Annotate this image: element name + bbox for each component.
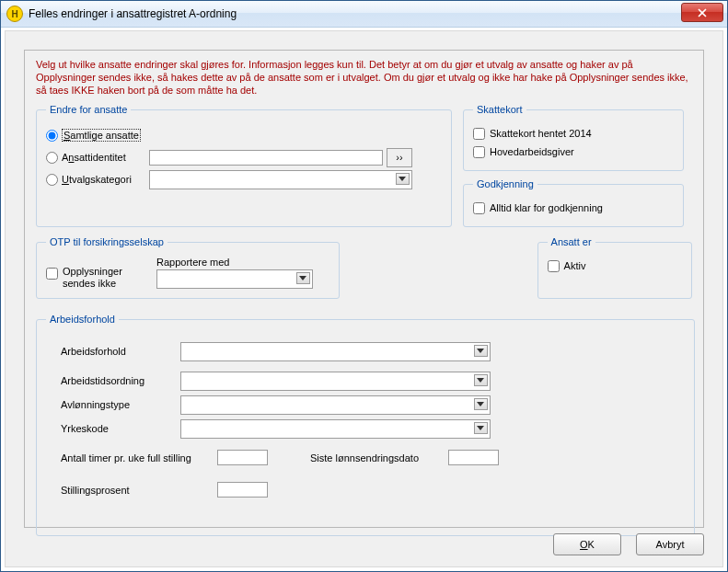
group-arbeidsforhold: Arbeidsforhold Arbeidsforhold Arbeidstid… bbox=[36, 314, 695, 536]
dropdown-rapportere-med[interactable] bbox=[156, 269, 313, 289]
check-opplysninger-sendes-ikke[interactable] bbox=[46, 268, 58, 280]
group-otp: OTP til forsikringsselskap Opplysninger … bbox=[36, 236, 340, 299]
check-hovedarbeidsgiver[interactable] bbox=[473, 146, 485, 158]
radio-samtlige-ansatte[interactable] bbox=[46, 130, 58, 142]
input-antall-timer[interactable] bbox=[217, 450, 268, 465]
label-arbeidsforhold: Arbeidsforhold bbox=[46, 346, 180, 357]
app-icon: H bbox=[6, 6, 23, 22]
window-title: Felles endringer i ansattregistret A-ord… bbox=[29, 7, 237, 20]
label-skattekort-hentet: Skattekort hentet 2014 bbox=[490, 128, 592, 139]
input-siste-lonnsendringsdato[interactable] bbox=[448, 450, 499, 465]
titlebar: H Felles endringer i ansattregistret A-o… bbox=[1, 1, 727, 28]
chevron-down-icon bbox=[399, 177, 406, 181]
label-alltid-klar: Alltid klar for godkjenning bbox=[490, 202, 603, 213]
input-stillingsprosent[interactable] bbox=[217, 482, 268, 498]
input-ansattidentitet[interactable] bbox=[149, 150, 383, 166]
window-frame: H Felles endringer i ansattregistret A-o… bbox=[0, 0, 728, 572]
dialog-footer: OK Avbryt bbox=[553, 533, 704, 555]
label-samtlige-ansatte[interactable]: Samtlige ansatte bbox=[62, 129, 141, 142]
ansattidentitet-browse-button[interactable]: ›› bbox=[387, 148, 412, 167]
group-ansatt-er: Ansatt er Aktiv bbox=[537, 236, 692, 299]
chevron-down-icon bbox=[477, 349, 484, 353]
legend-skattekort: Skattekort bbox=[473, 104, 526, 115]
group-endre-for-ansatte: Endre for ansatte Samtlige ansatte Ansat… bbox=[36, 104, 452, 227]
client-area: Velg ut hvilke ansatte endringer skal gj… bbox=[5, 30, 723, 567]
label-utvalgskategori[interactable]: Utvalgskategori bbox=[62, 174, 149, 185]
label-antall-timer: Antall timer pr. uke full stilling bbox=[61, 452, 217, 463]
check-aktiv[interactable] bbox=[548, 260, 560, 272]
chevron-down-icon bbox=[477, 402, 484, 406]
cancel-button[interactable]: Avbryt bbox=[636, 533, 704, 555]
legend-endre: Endre for ansatte bbox=[46, 104, 131, 115]
label-stillingsprosent: Stillingsprosent bbox=[61, 485, 217, 496]
close-button[interactable] bbox=[681, 3, 723, 22]
chevron-down-icon bbox=[299, 276, 306, 280]
check-alltid-klar[interactable] bbox=[473, 202, 485, 214]
chevron-down-icon bbox=[477, 378, 484, 383]
label-arbeidstidsordning: Arbeidstidsordning bbox=[46, 375, 180, 386]
dropdown-arbeidstidsordning[interactable] bbox=[180, 372, 491, 391]
legend-godkjenning: Godkjenning bbox=[473, 178, 537, 189]
legend-otp: OTP til forsikringsselskap bbox=[46, 236, 168, 247]
label-yrkeskode: Yrkeskode bbox=[46, 423, 180, 434]
label-hovedarbeidsgiver: Hovedarbeidsgiver bbox=[490, 146, 574, 157]
check-skattekort-hentet[interactable] bbox=[473, 128, 485, 140]
chevron-down-icon bbox=[477, 426, 484, 430]
label-siste-lonnsendringsdato: Siste lønnsendringsdato bbox=[310, 452, 448, 463]
group-godkjenning: Godkjenning Alltid klar for godkjenning bbox=[463, 178, 684, 227]
close-icon bbox=[698, 8, 707, 17]
dropdown-yrkeskode[interactable] bbox=[180, 419, 491, 439]
label-avlonningstype: Avlønningstype bbox=[46, 399, 180, 410]
group-skattekort: Skattekort Skattekort hentet 2014 Hoveda… bbox=[463, 104, 684, 171]
radio-utvalgskategori[interactable] bbox=[46, 174, 58, 186]
dropdown-arbeidsforhold[interactable] bbox=[180, 342, 491, 361]
legend-ansatt-er: Ansatt er bbox=[548, 236, 595, 247]
warning-text: Velg ut hvilke ansatte endringer skal gj… bbox=[36, 58, 692, 97]
legend-arbeidsforhold: Arbeidsforhold bbox=[46, 314, 119, 325]
main-panel: Velg ut hvilke ansatte endringer skal gj… bbox=[24, 50, 704, 528]
label-rapportere-med: Rapportere med bbox=[156, 257, 313, 268]
label-aktiv: Aktiv bbox=[564, 260, 586, 271]
chevrons-right-icon: ›› bbox=[396, 152, 402, 163]
radio-ansattidentitet[interactable] bbox=[46, 152, 58, 164]
dropdown-avlonningstype[interactable] bbox=[180, 395, 491, 415]
label-ansattidentitet[interactable]: Ansattidentitet bbox=[62, 152, 149, 163]
label-opplysninger-sendes-ikke: Opplysninger sendes ikke bbox=[63, 266, 156, 290]
ok-button[interactable]: OK bbox=[553, 533, 621, 555]
dropdown-utvalgskategori[interactable] bbox=[149, 170, 412, 189]
